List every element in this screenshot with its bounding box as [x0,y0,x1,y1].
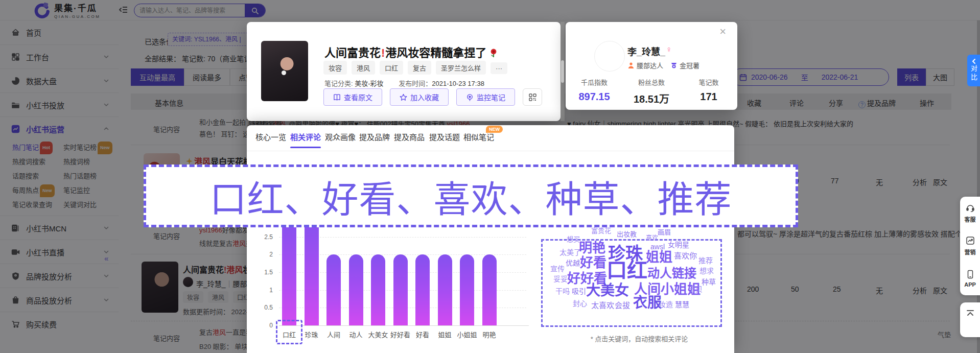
cloud-word[interactable]: 想求 [699,267,714,274]
tab-提及品牌[interactable]: 提及品牌 [359,131,390,142]
cloud-word[interactable]: 会拔 [615,301,630,309]
加入收藏-button[interactable]: 加入收藏 [390,88,449,106]
tab-观众画像[interactable]: 观众画像 [325,131,356,142]
qr-icon [528,93,537,102]
bar-珍珠[interactable] [305,219,319,325]
tab-核心一览[interactable]: 核心一览 [255,131,286,142]
float-APP-button[interactable]: APP [960,262,980,295]
bar-口红[interactable] [282,219,296,325]
keyword-banner-text: 口红、好看、喜欢、种草、推荐 [209,169,732,223]
cloud-word[interactable]: 衣服 [633,296,662,310]
note-category: 美妆-彩妆 [355,80,383,87]
close-icon[interactable]: × [719,26,726,37]
cloud-word[interactable]: 推荐 [698,257,713,264]
stat-value: 897.15 [566,91,623,103]
bar-动人[interactable] [349,254,363,325]
floating-side-panel: 客服营销APP [960,197,980,295]
cloud-word[interactable]: 动人链接 [647,267,696,279]
selected-keyword-box [276,320,302,344]
note-cover-image[interactable] [261,41,308,101]
note-tag-chip[interactable]: 圣罗兰怎么样 [436,61,486,75]
float-营销-button[interactable]: 营销 [960,229,980,262]
person-icon [627,62,635,69]
cloud-word[interactable]: 画眉 [658,229,671,236]
bar-大美女[interactable] [371,254,385,325]
qr-code-button[interactable] [523,88,542,106]
author-badges: 腰部达人金冠薯 [627,60,699,70]
cloud-word[interactable]: 女明星 [668,241,689,248]
bar-明艳[interactable] [482,254,497,325]
x-axis [279,325,529,326]
author-name[interactable]: 李_玲慧_ [627,44,665,58]
note-tag-chip[interactable]: 妆容 [323,61,347,75]
tab-相关评论[interactable]: 相关评论 [290,131,321,142]
bar-人间[interactable] [326,254,341,325]
note-action-buttons: 查看原文加入收藏监控笔记 [323,88,542,106]
cloud-word[interactable]: 好看 [580,256,606,269]
comment-wordcloud: 富贵花出妆教喜欢画眉想买女明星太美了明艳珍珠awsl姐姐喜欢你推荐宣传优越好看口… [540,227,725,330]
tab-提及商品[interactable]: 提及商品 [394,131,425,142]
tab-提及话题[interactable]: 提及话题 [429,131,460,142]
cloud-word[interactable]: 大美女 [586,284,629,298]
cloud-word[interactable]: 干吗 [555,288,570,295]
cloud-word[interactable]: 吸引 [572,288,586,295]
author-badge: 腰部达人 [627,60,663,70]
cloud-word[interactable]: 出妆教 [617,231,637,238]
cloud-word[interactable]: 富贵花 [591,227,611,234]
tab-相似笔记[interactable]: 相似笔记NEW [463,131,494,142]
stat-value: 171 [680,91,737,103]
new-badge: NEW [486,126,503,133]
监控笔记-button[interactable]: 监控笔记 [456,88,515,106]
note-tag-chip[interactable]: 复古 [408,61,431,75]
cloud-word[interactable]: 优越 [566,260,580,267]
cloud-word[interactable]: 慧慧 [675,301,689,308]
bar-姐姐[interactable] [438,254,452,325]
star-icon [400,93,407,101]
rose-icon [488,48,498,58]
back-to-top-button[interactable] [960,302,980,337]
author-stat: 笔记数171 [680,77,737,106]
bar-好看[interactable] [415,254,430,325]
cloud-word[interactable]: 喜欢你 [674,252,697,260]
medal-icon [670,62,678,69]
float-客服-button[interactable]: 客服 [960,197,980,229]
chevron-left-icon [971,59,976,64]
cloud-word[interactable]: 封心 [573,300,587,307]
cloud-word[interactable]: 太美了 [559,249,581,256]
author-avatar[interactable] [594,41,625,72]
author-stats: 千瓜指数897.15粉丝总数18.51万笔记数171 [566,77,737,106]
cloud-word[interactable]: 口红 [606,260,647,280]
note-tag-chip[interactable]: 口红 [380,61,403,75]
note-tag-chip[interactable]: ··· [491,62,507,74]
note-tag-chip[interactable]: 港风 [352,61,375,75]
y-tick-label: 0.5 [250,304,273,311]
modal-scrollbar[interactable] [561,22,565,121]
x-category-label[interactable]: 明艳 [476,330,503,339]
author-stat: 千瓜指数897.15 [566,77,623,106]
stat-label: 粉丝总数 [623,77,680,87]
bar-好好看[interactable] [393,254,408,325]
y-tick-label: 2.5 [250,233,273,241]
cloud-word[interactable]: 太喜欢 [591,301,614,309]
cloud-word[interactable]: 妆造 [659,301,673,308]
cloud-word[interactable]: 想买 [567,236,580,243]
cloud-word[interactable]: 喜欢 [646,235,658,241]
note-detail-modal: 人间富贵花!港风妆容精髓拿捏了 妆容港风口红复古圣罗兰怎么样··· 笔记分类: … [247,22,561,121]
note-tags: 妆容港风口红复古圣罗兰怎么样··· [323,61,512,75]
cloud-word[interactable]: 宝贝 [688,286,703,293]
note-title: 人间富贵花!港风妆容精髓拿捏了 [324,43,498,60]
marketing-icon [966,236,975,245]
cloud-word[interactable]: 种草 [702,278,716,286]
author-card: × 李_玲慧_ ♀ 腰部达人金冠薯 千瓜指数897.15粉丝总数18.51万笔记… [566,22,737,110]
cloud-word[interactable]: 宣传 [550,265,565,272]
cloud-word[interactable]: 姐姐 [646,250,672,264]
bar-小姐姐[interactable] [460,254,474,325]
cloud-word[interactable]: 明艳 [579,241,605,254]
author-stat: 粉丝总数18.51万 [623,77,680,106]
y-tick-label: 1 [250,287,273,294]
y-tick-label: 2 [250,251,273,258]
cloud-word[interactable]: 妥妥 [553,275,568,283]
compare-button[interactable]: 对比 [967,55,980,86]
查看原文-button[interactable]: 查看原文 [323,88,382,106]
scrollbar-thumb[interactable] [561,60,564,83]
